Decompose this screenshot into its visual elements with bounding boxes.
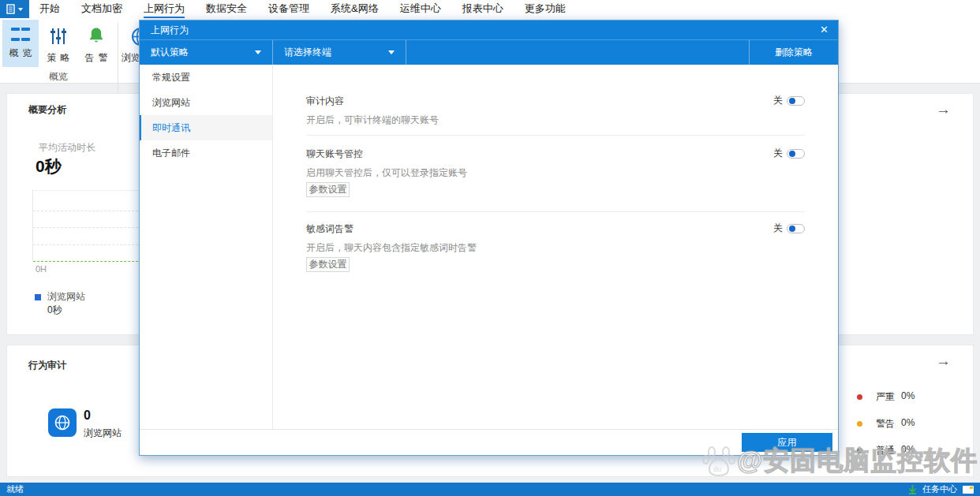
section-description: 开启后，可审计终端的聊天账号 bbox=[306, 114, 439, 127]
section-audit-content: 审计内容 开启后，可审计终端的聊天账号 关 bbox=[306, 95, 805, 108]
summary-expand-arrow-icon[interactable]: → bbox=[936, 102, 951, 117]
section-title: 敏感词告警 bbox=[306, 222, 805, 236]
dialog-title: 上网行为 bbox=[151, 24, 189, 37]
chat-account-toggle[interactable] bbox=[787, 149, 805, 158]
section-description: 启用聊天管控后，仅可以登录指定账号 bbox=[306, 166, 467, 180]
sensitive-word-toggle-row: 关 bbox=[773, 222, 805, 235]
menu-tab-report-center[interactable]: 报表中心 bbox=[462, 0, 503, 18]
chevron-down-icon bbox=[255, 50, 261, 54]
sidebar-item-instant-messaging[interactable]: 即时通讯 bbox=[140, 115, 272, 140]
browse-count: 0 bbox=[84, 408, 91, 423]
avg-activity-label: 平均活动时长 bbox=[39, 141, 95, 155]
app-menu-button[interactable] bbox=[0, 0, 29, 18]
menu-tab-more-features[interactable]: 更多功能 bbox=[525, 0, 566, 18]
avg-activity-value: 0秒 bbox=[36, 155, 62, 177]
audit-content-toggle[interactable] bbox=[787, 96, 805, 106]
policy-sliders-icon bbox=[48, 24, 69, 48]
apply-button[interactable]: 应用 bbox=[742, 433, 832, 452]
close-icon[interactable]: ✕ bbox=[820, 24, 829, 35]
severe-dot-icon bbox=[857, 394, 862, 400]
alert-bell-icon bbox=[86, 24, 107, 48]
app-menu-caret-icon bbox=[18, 8, 23, 11]
filter-spacer bbox=[406, 40, 749, 65]
menu-tab-internet-behavior[interactable]: 上网行为 bbox=[144, 0, 185, 18]
chevron-down-icon bbox=[388, 50, 395, 54]
dialog-title-bar: 上网行为 ✕ bbox=[140, 21, 838, 40]
dialog-sidebar: 常规设置 浏览网站 即时通讯 电子邮件 bbox=[140, 65, 273, 429]
sidebar-item-general-settings[interactable]: 常规设置 bbox=[140, 65, 272, 90]
task-center-button[interactable]: 任务中心 bbox=[922, 483, 957, 495]
terminal-dropdown[interactable]: 请选择终端 bbox=[273, 40, 406, 65]
browse-count-label: 浏览网站 bbox=[84, 427, 122, 440]
menu-tab-system-network[interactable]: 系统&网络 bbox=[331, 0, 379, 18]
warning-dot-icon bbox=[857, 421, 862, 427]
severity-legend: 严重0% 警告0% 普通0% bbox=[857, 391, 915, 472]
toggle-state-label: 关 bbox=[773, 147, 783, 160]
status-bar: 就绪 任务中心 bbox=[0, 483, 980, 496]
dialog-footer: 应用 bbox=[140, 429, 838, 455]
chart-x-axis-label: 0H bbox=[36, 264, 47, 274]
summary-panel-title: 概要分析 bbox=[28, 103, 66, 117]
ribbon-group-divider bbox=[118, 23, 118, 94]
monitor-icon[interactable] bbox=[963, 486, 974, 494]
chat-account-toggle-row: 关 bbox=[773, 147, 805, 160]
section-divider bbox=[306, 211, 805, 212]
dialog-body: 常规设置 浏览网站 即时通讯 电子邮件 审计内容 开启后，可审计终端的聊天账号 … bbox=[140, 65, 838, 429]
status-bar-right: 任务中心 bbox=[908, 483, 974, 495]
audit-globe-icon bbox=[48, 408, 77, 437]
audit-expand-arrow-icon[interactable]: → bbox=[936, 353, 951, 368]
menu-tab-ops-center[interactable]: 运维中心 bbox=[400, 0, 441, 18]
dialog-filter-bar: 默认策略 请选择终端 删除策略 bbox=[140, 40, 838, 65]
sensitive-word-param-settings-button[interactable]: 参数设置 bbox=[306, 257, 350, 272]
policy-dropdown[interactable]: 默认策略 bbox=[140, 40, 273, 65]
menu-tab-doc-encryption[interactable]: 文档加密 bbox=[81, 0, 122, 18]
ribbon-group-label: 概览 bbox=[0, 70, 117, 84]
delete-policy-button[interactable]: 删除策略 bbox=[749, 40, 838, 65]
section-description: 开启后，聊天内容包含指定敏感词时告警 bbox=[306, 241, 477, 255]
ribbon-alert-button[interactable]: 告警 bbox=[78, 20, 114, 67]
legend-row-severe: 严重0% bbox=[857, 391, 915, 402]
audit-content-toggle-row: 关 bbox=[773, 94, 805, 107]
chart-legend-item: 浏览网站 bbox=[35, 290, 85, 304]
toggle-state-label: 关 bbox=[773, 94, 783, 107]
section-chat-account-control: 聊天账号管控 启用聊天管控后，仅可以登录指定账号 参数设置 关 bbox=[306, 147, 805, 161]
audit-panel-title: 行为审计 bbox=[28, 359, 66, 372]
app-window-icon bbox=[6, 4, 17, 14]
section-sensitive-word-alert: 敏感词告警 开启后，聊天内容包含指定敏感词时告警 参数设置 关 bbox=[306, 222, 805, 236]
legend-square-icon bbox=[35, 294, 41, 300]
toggle-state-label: 关 bbox=[773, 222, 783, 235]
menu-tab-data-security[interactable]: 数据安全 bbox=[206, 0, 247, 18]
menu-tab-device-management[interactable]: 设备管理 bbox=[268, 0, 309, 18]
chat-account-param-settings-button[interactable]: 参数设置 bbox=[306, 182, 350, 197]
sidebar-item-email[interactable]: 电子邮件 bbox=[140, 140, 272, 166]
ribbon-policy-button[interactable]: 策略 bbox=[40, 20, 77, 67]
ribbon-overview-button[interactable]: 概览 bbox=[2, 20, 39, 67]
status-ready-label: 就绪 bbox=[6, 483, 24, 495]
legend-row-normal: 普通0% bbox=[857, 445, 915, 456]
legend-row-warning: 警告0% bbox=[857, 418, 915, 429]
menu-tab-start[interactable]: 开始 bbox=[39, 0, 60, 18]
section-title: 聊天账号管控 bbox=[306, 147, 805, 161]
section-divider bbox=[306, 135, 805, 136]
download-arrow-icon bbox=[908, 485, 917, 494]
overview-grid-icon bbox=[11, 24, 30, 43]
dialog-content: 审计内容 开启后，可审计终端的聊天账号 关 聊天账号管控 启用聊天管控后，仅可以… bbox=[274, 65, 838, 429]
legend-value: 0秒 bbox=[47, 304, 62, 317]
menu-bar: 开始 文档加密 上网行为 数据安全 设备管理 系统&网络 运维中心 报表中心 更… bbox=[0, 0, 980, 18]
legend-label: 浏览网站 bbox=[47, 290, 85, 304]
internet-behavior-dialog: 上网行为 ✕ 默认策略 请选择终端 删除策略 常规设置 浏览网站 即时通讯 电子… bbox=[139, 20, 839, 456]
sensitive-word-toggle[interactable] bbox=[787, 224, 805, 233]
sidebar-item-browse-websites[interactable]: 浏览网站 bbox=[140, 90, 272, 115]
main-menu: 开始 文档加密 上网行为 数据安全 设备管理 系统&网络 运维中心 报表中心 更… bbox=[39, 0, 566, 18]
section-title: 审计内容 bbox=[306, 95, 805, 108]
normal-dot-icon bbox=[857, 448, 862, 453]
